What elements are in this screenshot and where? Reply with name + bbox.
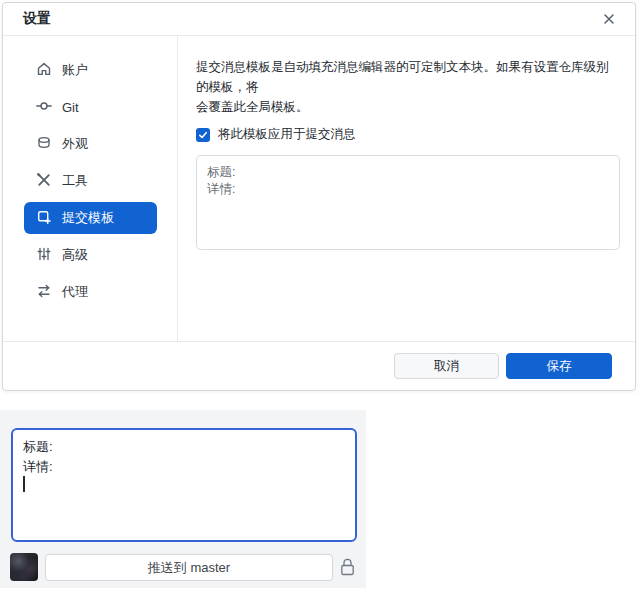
sidebar-item-git[interactable]: Git — [24, 91, 157, 123]
commit-template-icon — [36, 209, 52, 228]
sidebar-item-appearance[interactable]: 外观 — [24, 128, 157, 160]
sidebar-item-label: 提交模板 — [62, 209, 114, 227]
sidebar-item-label: 工具 — [62, 172, 88, 190]
user-avatar — [10, 553, 38, 581]
git-commit-icon — [36, 98, 52, 117]
sidebar-item-tools[interactable]: 工具 — [24, 165, 157, 197]
dialog-footer: 取消 保存 — [3, 341, 635, 390]
page-title: 设置 — [23, 10, 51, 28]
sidebar-item-label: 外观 — [62, 135, 88, 153]
lock-icon — [338, 556, 357, 583]
sidebar-item-proxy[interactable]: 代理 — [24, 276, 157, 308]
tools-icon — [36, 172, 52, 191]
dialog-body: 账户 Git 外观 工具 — [3, 36, 635, 341]
sidebar-item-label: 账户 — [62, 61, 88, 79]
commit-message-wrap: 标题: 详情: — [11, 428, 357, 542]
push-to-master-button[interactable]: 推送到 master — [45, 554, 333, 581]
settings-sidebar: 账户 Git 外观 工具 — [3, 36, 178, 341]
sidebar-item-account[interactable]: 账户 — [24, 54, 157, 86]
close-icon[interactable] — [600, 10, 618, 28]
apply-template-row: 将此模板应用于提交消息 — [196, 126, 620, 143]
commit-message-input[interactable]: 标题: 详情: — [11, 428, 357, 542]
description-line: 会覆盖此全局模板。 — [196, 97, 620, 117]
commit-template-settings: 提交消息模板是自动填充消息编辑器的可定制文本块。如果有设置仓库级别的模板，将 会… — [178, 36, 635, 341]
apply-template-label: 将此模板应用于提交消息 — [218, 126, 356, 143]
sidebar-item-label: Git — [62, 100, 79, 115]
template-text-input[interactable]: 标题: 详情: — [196, 155, 620, 250]
sidebar-item-label: 高级 — [62, 246, 88, 264]
paintbrush-icon — [36, 135, 52, 154]
sidebar-item-advanced[interactable]: 高级 — [24, 239, 157, 271]
sidebar-item-label: 代理 — [62, 283, 88, 301]
apply-template-checkbox[interactable] — [196, 128, 210, 142]
commit-box-panel: 标题: 详情: 推送到 master — [0, 410, 366, 588]
dialog-header: 设置 — [3, 3, 635, 36]
settings-dialog: 设置 账户 Git 外观 — [2, 2, 636, 391]
cancel-button[interactable]: 取消 — [394, 353, 499, 379]
sliders-icon — [36, 246, 52, 265]
description-line: 提交消息模板是自动填充消息编辑器的可定制文本块。如果有设置仓库级别的模板，将 — [196, 57, 620, 97]
sidebar-item-commit-template[interactable]: 提交模板 — [24, 202, 157, 234]
home-icon — [36, 61, 52, 80]
save-button[interactable]: 保存 — [506, 353, 612, 379]
swap-arrows-icon — [36, 283, 52, 302]
template-description: 提交消息模板是自动填充消息编辑器的可定制文本块。如果有设置仓库级别的模板，将 会… — [196, 57, 620, 117]
